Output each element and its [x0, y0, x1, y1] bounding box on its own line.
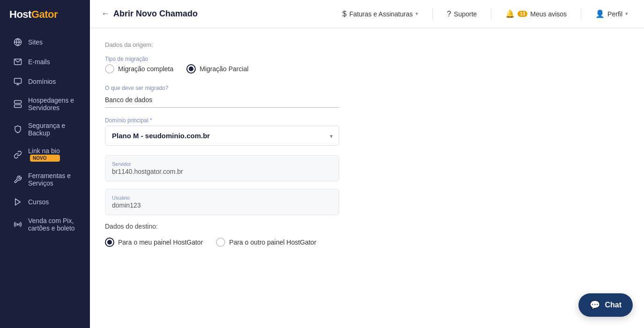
sidebar-nav: Sites E-mails Domínios Hospedagens e Ser… [0, 29, 90, 240]
sidebar-item-hospedagens[interactable]: Hospedagens e Servidores [4, 92, 86, 116]
perfil-chevron-icon: ▾ [625, 11, 628, 17]
sidebar-item-label: Sites [28, 38, 43, 46]
sidebar-item-label: Venda com Pix, [28, 217, 75, 224]
user-icon: 👤 [595, 9, 605, 18]
sidebar-item-label: Link na bio [28, 147, 60, 155]
sidebar-item-label2: Serviços [28, 179, 71, 187]
tipo-migracao-radio-group: Migração completa Migração Parcial [105, 64, 629, 74]
o-que-migrar-group: O que deve ser migrado? [105, 85, 339, 108]
radio-completa-label: Migração completa [118, 65, 173, 73]
novo-badge: NOVO [30, 155, 60, 162]
usuario-value: domin123 [112, 201, 332, 209]
chat-icon: 💬 [590, 300, 600, 310]
servidor-label: Servidor [112, 161, 332, 167]
radio-meu-painel-inner [107, 240, 112, 245]
tipo-migracao-group: Tipo de migração Migração completa Migra… [105, 56, 629, 74]
dominio-label: Domínio principal * [105, 117, 629, 124]
avisos-count: 13 [518, 11, 527, 17]
sidebar-item-label: Ferramentas e [28, 172, 71, 179]
tools-icon [13, 175, 22, 184]
sidebar-item-dominios[interactable]: Domínios [4, 72, 86, 91]
radio-meu-painel-outer [105, 238, 114, 247]
svg-rect-3 [15, 78, 22, 83]
servidor-field: Servidor br1140.hostgator.com.br [105, 155, 339, 181]
radio-parcial-label: Migração Parcial [200, 65, 248, 73]
globe-icon [13, 37, 22, 47]
svg-point-11 [17, 224, 19, 225]
destino-radio-group: Para o meu painel HostGator Para o outro… [105, 238, 629, 247]
radio-completa-outer [105, 64, 114, 74]
avisos-button[interactable]: 🔔 13 Meus avisos [501, 7, 571, 21]
svg-rect-6 [15, 101, 22, 104]
radio-outro-painel-label: Para o outro painel HostGator [229, 239, 316, 246]
bell-icon: 🔔 [505, 9, 515, 18]
faturas-menu[interactable]: $ Faturas e Assinaturas ▾ [338, 7, 423, 21]
tipo-migracao-label: Tipo de migração [105, 56, 629, 62]
pix-icon [13, 220, 22, 229]
faturas-chevron-icon: ▾ [415, 11, 418, 17]
topbar-divider3 [581, 8, 581, 20]
radio-meu-painel[interactable]: Para o meu painel HostGator [105, 238, 203, 247]
svg-marker-10 [15, 199, 21, 205]
sidebar-item-label2: Backup [28, 129, 65, 137]
sidebar-item-label: E-mails [28, 58, 50, 66]
main: ← Abrir Novo Chamado $ Faturas e Assinat… [90, 0, 644, 328]
radio-meu-painel-label: Para o meu painel HostGator [118, 239, 203, 246]
avisos-label: Meus avisos [530, 10, 567, 18]
link-icon [13, 150, 22, 159]
radio-outro-painel[interactable]: Para o outro painel HostGator [216, 238, 316, 247]
radio-parcial[interactable]: Migração Parcial [186, 64, 248, 74]
topbar-divider [432, 8, 433, 20]
suporte-button[interactable]: ? Suporte [442, 7, 481, 21]
faturas-icon: $ [342, 10, 347, 18]
section-origem-title: Dados da origem: [105, 41, 629, 48]
sidebar-item-label2: Servidores [28, 104, 74, 112]
usuario-label: Usuário [112, 195, 332, 201]
o-que-migrar-input[interactable] [105, 92, 339, 108]
courses-icon [13, 197, 22, 207]
suporte-label: Suporte [454, 10, 477, 18]
sidebar-item-emails[interactable]: E-mails [4, 52, 86, 71]
svg-rect-7 [15, 105, 22, 108]
back-button[interactable]: ← Abrir Novo Chamado [101, 9, 198, 19]
servidor-value: br1140.hostgator.com.br [112, 168, 332, 175]
chat-label: Chat [605, 301, 622, 309]
topbar: ← Abrir Novo Chamado $ Faturas e Assinat… [90, 0, 644, 28]
chat-button[interactable]: 💬 Chat [578, 293, 633, 317]
back-arrow-icon: ← [101, 9, 110, 19]
sidebar-item-label2: cartões e boleto [28, 224, 75, 232]
radio-parcial-outer [186, 64, 196, 74]
form-content: Dados da origem: Tipo de migração Migraç… [90, 28, 644, 328]
o-que-migrar-label: O que deve ser migrado? [105, 85, 339, 91]
sidebar-item-label: Hospedagens e [28, 97, 74, 104]
sidebar: HostGator Sites E-mails Domínios [0, 0, 90, 328]
radio-parcial-inner [189, 67, 193, 71]
sidebar-item-label: Domínios [28, 78, 56, 85]
logo: HostGator [0, 0, 90, 29]
dominio-select-wrapper: Plano M - seudominio.com.br ▾ [105, 126, 339, 146]
sidebar-item-ferramentas[interactable]: Ferramentas e Serviços [4, 167, 86, 192]
email-icon [13, 57, 22, 67]
sidebar-item-venda-pix[interactable]: Venda com Pix, cartões e boleto [4, 212, 86, 237]
topbar-divider2 [491, 8, 491, 20]
sidebar-item-cursos[interactable]: Cursos [4, 193, 86, 211]
sidebar-item-link-bio[interactable]: Link na bio NOVO [4, 142, 86, 166]
domain-icon [13, 77, 22, 86]
sidebar-item-sites[interactable]: Sites [4, 33, 86, 52]
sidebar-item-label: Cursos [28, 198, 49, 206]
suporte-icon: ? [447, 10, 451, 18]
perfil-label: Perfil [607, 10, 622, 18]
dominio-group: Domínio principal * Plano M - seudominio… [105, 117, 629, 146]
sidebar-item-label: Segurança e [28, 122, 65, 129]
faturas-label: Faturas e Assinaturas [349, 10, 413, 18]
server-icon [13, 99, 22, 109]
sidebar-item-seguranca[interactable]: Segurança e Backup [4, 117, 86, 142]
dominio-select[interactable]: Plano M - seudominio.com.br [105, 126, 339, 145]
usuario-field: Usuário domin123 [105, 189, 339, 215]
radio-outro-painel-outer [216, 238, 225, 247]
perfil-menu[interactable]: 👤 Perfil ▾ [591, 7, 633, 21]
page-title: Abrir Novo Chamado [113, 9, 198, 19]
section-destino-title: Dados do destino: [105, 223, 629, 230]
security-icon [13, 125, 22, 134]
radio-completa[interactable]: Migração completa [105, 64, 173, 74]
